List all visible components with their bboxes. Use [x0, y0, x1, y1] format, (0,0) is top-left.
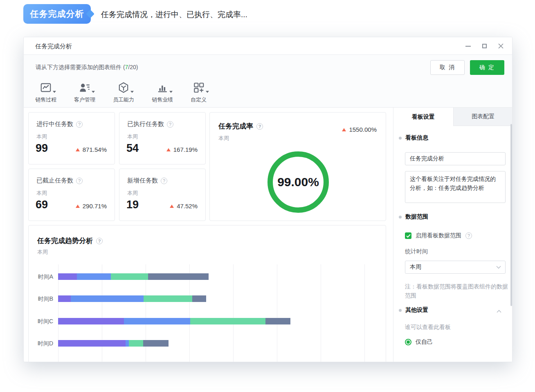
stacked-bar	[58, 340, 169, 347]
toolbar-item-custom[interactable]: 自定义	[189, 81, 209, 104]
board-name-input[interactable]	[405, 152, 506, 165]
radio-label: 仅自己	[416, 338, 433, 346]
header-zone: 请从下方选择需要添加的图表组件 (7/20) 取 消 确 定 销售过程	[24, 55, 512, 108]
section-label: 其他设置	[405, 306, 428, 314]
rate-delta-value: 1550.00%	[349, 126, 377, 133]
chart-component-toolbar: 销售过程 客户管理	[33, 81, 222, 104]
sidebar-tabs: 看板设置 图表配置	[393, 108, 513, 126]
bar-segment-segment-1	[58, 340, 126, 347]
line-chart-icon	[39, 81, 52, 94]
chevron-down-icon	[496, 266, 501, 269]
chevron-up-icon[interactable]	[497, 307, 501, 315]
stat-time-select[interactable]: 本周	[405, 261, 506, 274]
toolbar-item-employee-ability[interactable]: 员工能力	[111, 81, 136, 104]
chart-row: 时间A	[29, 273, 386, 280]
close-icon[interactable]	[497, 43, 504, 50]
chevron-down-icon	[130, 91, 134, 93]
dialog-actions: 取 消 确 定	[430, 60, 504, 75]
section-label: 看板信息	[405, 134, 428, 142]
section-dot-icon	[399, 216, 402, 219]
stat-value: 19	[126, 198, 139, 211]
stat-period: 本周	[36, 133, 47, 140]
badge-pointer	[86, 9, 94, 18]
section-dot-icon	[399, 309, 402, 312]
bar-segment-segment-1	[58, 318, 124, 324]
tab-chart-config[interactable]: 图表配置	[453, 108, 513, 126]
stat-period: 本周	[127, 189, 138, 197]
help-icon[interactable]: ?	[256, 123, 263, 130]
rate-title: 任务完成率	[218, 122, 253, 131]
help-icon[interactable]: ?	[76, 121, 83, 128]
confirm-button[interactable]: 确 定	[470, 60, 504, 75]
delta-up-icon	[170, 205, 174, 208]
checkbox-checked-icon[interactable]	[405, 232, 411, 239]
toolbar-item-label: 销售业绩	[152, 96, 173, 104]
radio-selected-icon[interactable]	[405, 339, 411, 345]
stat-time-value: 本周	[410, 264, 421, 271]
delta-up-icon	[76, 148, 80, 151]
bar-segment-segment-3	[144, 295, 193, 302]
delta-up-icon	[76, 205, 80, 208]
stat-period: 本周	[127, 133, 138, 140]
help-icon[interactable]: ?	[161, 178, 167, 184]
completion-rate-card: 任务完成率? 1550.00% 本周 99.00%	[209, 112, 386, 221]
bar-segment-segment-1	[58, 273, 77, 280]
chevron-down-icon	[206, 91, 209, 93]
stat-period: 本周	[36, 189, 47, 197]
trend-chart-card: 任务完成趋势分析? 本周 时间A时间B时间C时间D	[28, 225, 386, 362]
minimize-icon[interactable]	[465, 43, 471, 50]
help-icon[interactable]: ?	[76, 178, 83, 184]
hexagon-radar-icon	[117, 81, 130, 94]
help-icon[interactable]: ?	[167, 121, 173, 128]
help-icon[interactable]: ?	[465, 232, 472, 239]
page: 任务完成分析 任务完成情况，进行中、已执行、完成率... 任务完成分析 请从下方…	[0, 0, 535, 392]
completion-ring: 99.00%	[268, 151, 329, 213]
section-dot-icon	[399, 137, 402, 140]
stat-time-label: 统计时间	[405, 248, 428, 255]
toolbar-item-label: 客户管理	[74, 96, 95, 104]
enable-scope-checkbox-row[interactable]: 启用看板数据范围 ?	[405, 232, 472, 239]
stat-card-ended: 已截止任务数? 本周 69 290.71%	[28, 169, 115, 221]
section-data-scope: 数据范围	[405, 213, 428, 221]
banner-description: 任务完成情况，进行中、已执行、完成率...	[101, 9, 247, 20]
toolbar-item-label: 销售过程	[35, 96, 56, 104]
bar-segment-segment-4	[148, 273, 209, 280]
toolbar-item-label: 员工能力	[113, 96, 134, 104]
component-picker-prompt: 请从下方选择需要添加的图表组件 (7/20)	[36, 64, 138, 71]
stat-title: 已截止任务数	[36, 177, 73, 185]
tab-board-settings[interactable]: 看板设置	[393, 108, 453, 126]
trend-plot: 时间A时间B时间C时间D	[29, 264, 386, 362]
chevron-down-icon	[92, 91, 95, 93]
bar-segment-segment-2	[126, 340, 129, 347]
bar-segment-segment-4	[143, 340, 169, 347]
visibility-radio-row[interactable]: 仅自己	[405, 338, 433, 346]
stat-card-in-progress: 进行中任务数? 本周 99 871.54%	[28, 112, 115, 164]
toolbar-item-customer-management[interactable]: 客户管理	[72, 81, 97, 104]
sidebar-scrollbar[interactable]	[510, 124, 512, 306]
chart-row: 时间D	[29, 340, 386, 347]
maximize-icon[interactable]	[481, 43, 488, 50]
bar-segment-segment-3	[190, 318, 265, 324]
board-description-textarea[interactable]: 这个看板关注于对任务完成情况的分析，如：任务完成趋势分析	[405, 171, 506, 203]
custom-grid-icon	[192, 81, 205, 94]
bar-segment-segment-2	[71, 295, 144, 302]
help-icon[interactable]: ?	[96, 238, 103, 244]
category-label: 时间D	[29, 340, 53, 347]
stat-value: 99	[36, 142, 48, 155]
cancel-button[interactable]: 取 消	[430, 60, 465, 75]
toolbar-item-sales-process[interactable]: 销售过程	[33, 81, 58, 104]
bar-segment-segment-4	[265, 318, 290, 324]
chart-row: 时间C	[29, 318, 386, 324]
trend-period: 本周	[37, 248, 48, 256]
stacked-bar	[58, 318, 290, 324]
prompt-text: 请从下方选择需要添加的图表组件	[36, 64, 121, 70]
scope-note: 注：看板数据范围将覆盖图表组件的数据范围	[405, 282, 508, 300]
stat-delta-value: 47.52%	[177, 203, 198, 210]
toolbar-item-sales-performance[interactable]: 销售业绩	[150, 81, 175, 104]
stat-value: 69	[36, 198, 48, 211]
feature-badge-label: 任务完成分析	[30, 8, 84, 20]
bar-segment-segment-2	[77, 273, 111, 280]
stat-title: 新增任务数	[127, 177, 158, 185]
visibility-label: 谁可以查看此看板	[405, 324, 451, 331]
customer-icon	[78, 81, 91, 94]
